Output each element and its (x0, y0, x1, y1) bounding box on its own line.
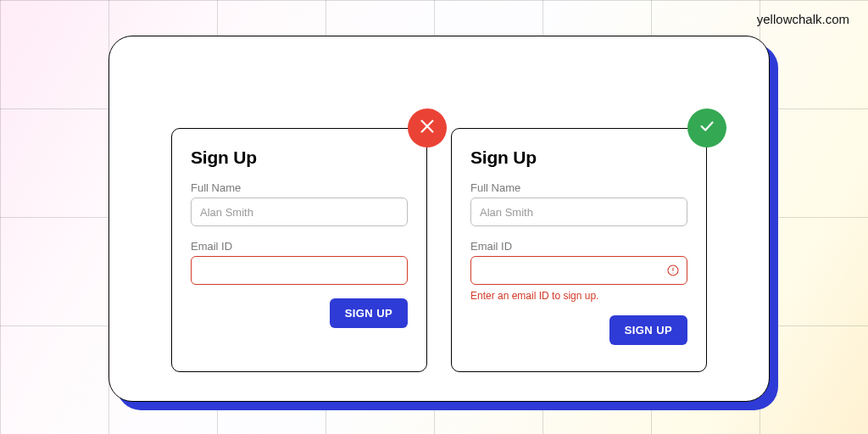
full-name-group: Full Name Alan Smith (470, 181, 687, 226)
email-input[interactable] (191, 256, 408, 285)
svg-point-2 (672, 272, 673, 273)
full-name-placeholder: Alan Smith (480, 206, 533, 219)
comparison-panel: Sign Up Full Name Alan Smith Email ID SI… (108, 36, 770, 402)
email-group: Email ID Enter an email ID to sign up. (470, 240, 687, 302)
card-title: Sign Up (470, 147, 687, 168)
signup-card-bad: Sign Up Full Name Alan Smith Email ID SI… (171, 128, 427, 372)
alert-icon (666, 264, 680, 277)
full-name-input[interactable]: Alan Smith (191, 198, 408, 226)
close-icon (418, 117, 437, 139)
email-input[interactable] (470, 256, 687, 285)
full-name-label: Full Name (191, 181, 408, 194)
full-name-placeholder: Alan Smith (200, 206, 253, 219)
email-label: Email ID (191, 240, 408, 253)
check-icon (698, 117, 716, 139)
email-group: Email ID (191, 240, 408, 285)
signup-button[interactable]: SIGN UP (609, 315, 687, 345)
full-name-group: Full Name Alan Smith (191, 181, 408, 226)
bad-badge (408, 108, 447, 147)
watermark-text: yellowchalk.com (757, 12, 849, 26)
full-name-input[interactable]: Alan Smith (470, 198, 687, 226)
good-badge (687, 108, 726, 147)
email-error-message: Enter an email ID to sign up. (470, 290, 687, 302)
email-label: Email ID (470, 240, 687, 253)
stage: yellowchalk.com Sign Up Full Name Alan S… (0, 0, 868, 434)
full-name-label: Full Name (470, 181, 687, 194)
button-row: SIGN UP (470, 315, 687, 345)
signup-card-good: Sign Up Full Name Alan Smith Email ID En… (451, 128, 707, 372)
card-title: Sign Up (191, 147, 408, 168)
signup-button[interactable]: SIGN UP (330, 298, 408, 328)
button-row: SIGN UP (191, 298, 408, 328)
